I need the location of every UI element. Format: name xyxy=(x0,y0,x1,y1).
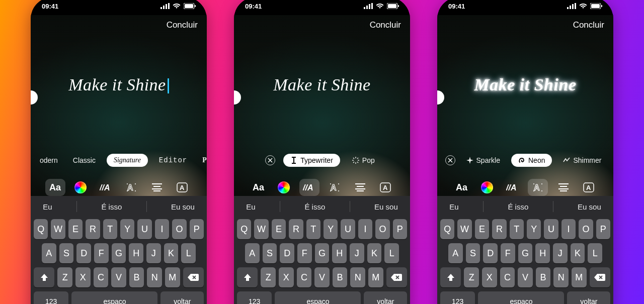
key-e[interactable]: E xyxy=(475,219,489,239)
shift-key[interactable] xyxy=(440,267,461,287)
font-option-poster[interactable]: Pos xyxy=(198,154,207,166)
key-x[interactable]: X xyxy=(279,267,294,287)
text-animation-tool[interactable]: //A xyxy=(503,179,523,196)
key-c[interactable]: C xyxy=(297,267,312,287)
key-u[interactable]: U xyxy=(544,219,558,239)
done-button[interactable]: Concluir xyxy=(167,20,198,30)
shift-key[interactable] xyxy=(237,267,258,287)
return-key[interactable]: voltar xyxy=(160,291,204,304)
key-j[interactable]: J xyxy=(350,243,364,263)
key-m[interactable]: M xyxy=(572,267,587,287)
key-w[interactable]: W xyxy=(254,219,268,239)
suggestion-1[interactable]: Eu xyxy=(43,202,52,211)
key-l[interactable]: L xyxy=(384,243,399,263)
text-background-tool[interactable]: A xyxy=(172,179,192,196)
text-animation-tool[interactable]: //A xyxy=(96,179,116,196)
animation-selector-row[interactable]: Typewriter Pop xyxy=(234,152,410,169)
key-q[interactable]: Q xyxy=(237,219,251,239)
clear-effect-button[interactable] xyxy=(445,155,455,165)
key-c[interactable]: C xyxy=(94,267,109,287)
text-background-tool[interactable]: A xyxy=(375,179,395,196)
text-effect-tool[interactable]: A xyxy=(325,179,345,196)
key-f[interactable]: F xyxy=(501,243,515,263)
suggestion-2[interactable]: É isso xyxy=(101,202,122,211)
font-selector-row[interactable]: odern Classic Signature Editor Pos xyxy=(31,152,207,169)
key-u[interactable]: U xyxy=(137,219,151,239)
key-d[interactable]: D xyxy=(76,243,91,263)
font-option-modern[interactable]: odern xyxy=(36,154,62,166)
key-s[interactable]: S xyxy=(263,243,277,263)
numbers-key[interactable]: 123 xyxy=(34,291,68,304)
key-x[interactable]: X xyxy=(75,267,91,287)
key-m[interactable]: M xyxy=(165,267,180,287)
effect-option-shimmer[interactable]: Shimmer xyxy=(559,154,605,166)
effect-option-sparkle[interactable]: Sparkle xyxy=(462,154,504,166)
done-button[interactable]: Concluir xyxy=(370,20,401,30)
story-text-overlay[interactable]: Make it Shine xyxy=(437,75,613,94)
key-a[interactable]: A xyxy=(42,243,56,263)
key-z[interactable]: Z xyxy=(464,267,479,287)
key-i[interactable]: I xyxy=(155,219,169,239)
text-color-tool[interactable] xyxy=(70,179,91,196)
suggestion-3[interactable]: Eu sou xyxy=(374,202,398,211)
key-b[interactable]: B xyxy=(536,267,551,287)
suggestion-3[interactable]: Eu sou xyxy=(578,202,601,211)
key-f[interactable]: F xyxy=(297,243,312,263)
key-t[interactable]: T xyxy=(103,219,117,239)
backspace-key[interactable] xyxy=(590,267,610,287)
key-r[interactable]: R xyxy=(492,219,506,239)
key-f[interactable]: F xyxy=(94,243,109,263)
suggestion-2[interactable]: É isso xyxy=(304,202,325,211)
key-h[interactable]: H xyxy=(535,243,550,263)
key-a[interactable]: A xyxy=(448,243,463,263)
key-v[interactable]: V xyxy=(518,267,533,287)
effect-option-neon[interactable]: Neon xyxy=(511,154,552,167)
numbers-key[interactable]: 123 xyxy=(237,291,272,304)
key-o[interactable]: O xyxy=(375,219,389,239)
key-u[interactable]: U xyxy=(341,219,355,239)
key-s[interactable]: S xyxy=(466,243,480,263)
text-background-tool[interactable]: A xyxy=(579,179,599,196)
key-e[interactable]: E xyxy=(272,219,286,239)
text-size-tool[interactable]: Aa xyxy=(45,179,65,196)
shift-key[interactable] xyxy=(34,267,54,287)
suggestion-1[interactable]: Eu xyxy=(246,202,255,211)
key-q[interactable]: Q xyxy=(440,219,454,239)
return-key[interactable]: voltar xyxy=(567,291,610,304)
font-option-classic[interactable]: Classic xyxy=(69,154,100,166)
key-g[interactable]: G xyxy=(315,243,330,263)
key-g[interactable]: G xyxy=(518,243,533,263)
key-k[interactable]: K xyxy=(367,243,382,263)
key-b[interactable]: B xyxy=(333,267,348,287)
key-w[interactable]: W xyxy=(457,219,471,239)
key-o[interactable]: O xyxy=(579,219,593,239)
clear-animation-button[interactable] xyxy=(265,155,275,165)
key-y[interactable]: Y xyxy=(120,219,134,239)
text-align-tool[interactable] xyxy=(350,179,370,196)
font-option-editor[interactable]: Editor xyxy=(155,154,191,166)
key-n[interactable]: N xyxy=(350,267,365,287)
key-d[interactable]: D xyxy=(280,243,294,263)
font-option-signature[interactable]: Signature xyxy=(107,154,148,167)
key-k[interactable]: K xyxy=(164,243,179,263)
text-align-tool[interactable] xyxy=(147,179,167,196)
key-b[interactable]: B xyxy=(129,267,144,287)
key-r[interactable]: R xyxy=(86,219,100,239)
key-p[interactable]: P xyxy=(596,219,610,239)
key-e[interactable]: E xyxy=(68,219,83,239)
key-j[interactable]: J xyxy=(146,243,161,263)
text-align-tool[interactable] xyxy=(553,179,574,196)
key-n[interactable]: N xyxy=(553,267,569,287)
key-d[interactable]: D xyxy=(483,243,498,263)
key-l[interactable]: L xyxy=(588,243,602,263)
key-q[interactable]: Q xyxy=(34,219,48,239)
effect-selector-row[interactable]: Sparkle Neon Shimmer xyxy=(437,152,613,169)
key-x[interactable]: X xyxy=(482,267,497,287)
return-key[interactable]: voltar xyxy=(364,291,407,304)
animation-option-typewriter[interactable]: Typewriter xyxy=(283,154,340,167)
key-h[interactable]: H xyxy=(332,243,347,263)
key-g[interactable]: G xyxy=(112,243,126,263)
key-y[interactable]: Y xyxy=(324,219,338,239)
key-z[interactable]: Z xyxy=(261,267,276,287)
key-h[interactable]: H xyxy=(129,243,143,263)
